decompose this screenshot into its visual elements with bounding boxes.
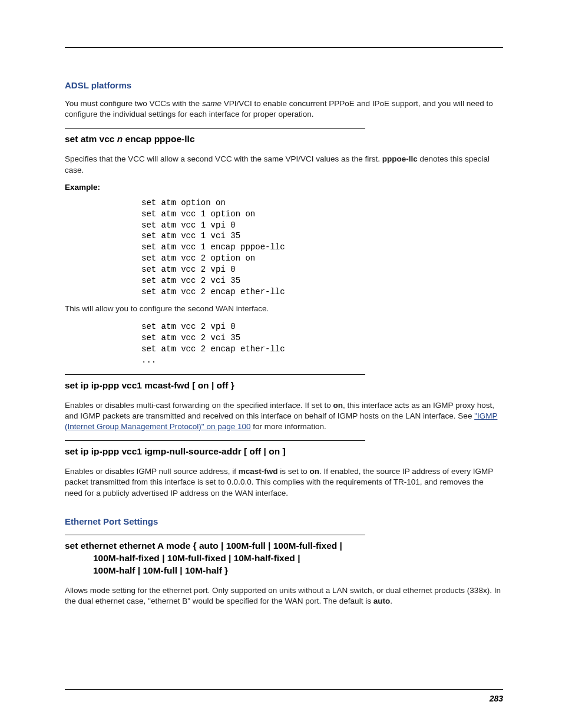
section-rule (65, 535, 365, 535)
text-bold-auto: auto (373, 597, 391, 605)
example-label: Example: (65, 183, 503, 192)
code-block-2: set atm vcc 2 vpi 0 set atm vcc 2 vci 35… (141, 321, 503, 366)
text-fragment: 100M-half | 10M-full | 10M-half } (65, 565, 503, 577)
text-fragment: for more information. (250, 422, 326, 431)
text-bold-pppoe-llc: pppoe-llc (382, 154, 418, 163)
text-bold-on: on (309, 467, 319, 476)
text-bold-mcast-fwd: mcast-fwd (239, 467, 278, 476)
top-rule (65, 47, 503, 48)
set-atm-desc: Specifies that the VCC will allow a seco… (65, 154, 503, 175)
footer-rule (65, 689, 503, 690)
heading-igmp-null: set ip ip-ppp vcc1 igmp-null-source-addr… (65, 446, 503, 458)
section-rule (65, 128, 365, 129)
section-rule (65, 374, 365, 375)
text-fragment: Enables or disables IGMP null source add… (65, 467, 239, 476)
text-fragment: set ethernet ethernet A mode { auto | 10… (65, 540, 503, 552)
heading-ethernet-port-settings: Ethernet Port Settings (65, 516, 503, 526)
adsl-intro: You must configure two VCCs with the sam… (65, 98, 503, 120)
eth-desc: Allows mode setting for the ethernet por… (65, 585, 503, 607)
text-fragment: . (390, 597, 392, 605)
page-number: 283 (490, 694, 503, 703)
heading-set-atm-vcc: set atm vcc n encap pppoe-llc (65, 133, 503, 146)
igmp-null-desc: Enables or disables IGMP null source add… (65, 466, 503, 499)
mcast-desc: Enables or disables multi-cast forwardin… (65, 400, 503, 433)
bridge-text: This will allow you to configure the sec… (65, 304, 503, 314)
text-fragment: encap pppoe-llc (123, 134, 194, 144)
section-rule (65, 440, 365, 441)
text-fragment: Specifies that the VCC will allow a seco… (65, 154, 382, 163)
heading-mcast-fwd: set ip ip-ppp vcc1 mcast-fwd [ on | off … (65, 380, 503, 392)
spacer (65, 506, 503, 516)
text-fragment: is set to (277, 467, 309, 476)
text-bold-on: on (333, 401, 343, 410)
text-fragment: Enables or disables multi-cast forwardin… (65, 401, 333, 410)
text-italic-n: n (117, 134, 123, 144)
heading-set-ethernet-mode: set ethernet ethernet A mode { auto | 10… (65, 540, 503, 577)
text-fragment: set atm vcc (65, 134, 117, 144)
text-fragment: Allows mode setting for the ethernet por… (65, 586, 501, 605)
text-italic-same: same (202, 99, 222, 108)
code-block-1: set atm option on set atm vcc 1 option o… (141, 197, 503, 298)
text-fragment: 100M-half-fixed | 10M-full-fixed | 10M-h… (65, 552, 503, 565)
text-fragment: You must configure two VCCs with the (65, 99, 202, 108)
page-content: ADSL platforms You must configure two VC… (0, 0, 562, 649)
heading-adsl-platforms: ADSL platforms (65, 80, 503, 90)
